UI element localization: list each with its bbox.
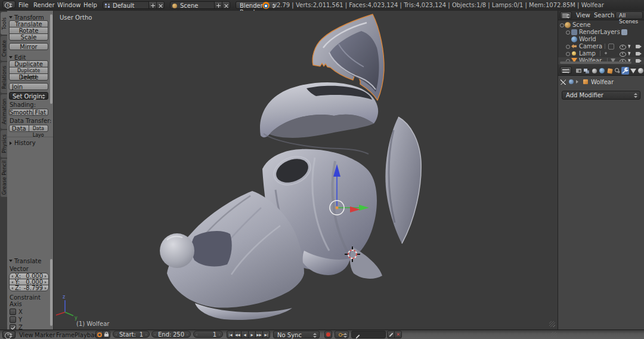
object-context-icon[interactable]: [569, 79, 574, 84]
menu-render[interactable]: Render: [33, 2, 55, 8]
tab-render[interactable]: [575, 67, 583, 75]
operator-scrollbar[interactable]: [50, 259, 52, 326]
menu-help[interactable]: Help: [83, 2, 97, 8]
scale-button[interactable]: Scale: [9, 33, 48, 41]
constraint-y-checkbox[interactable]: Y: [10, 316, 54, 323]
set-origin-dropdown[interactable]: Set Origin: [9, 92, 48, 100]
selectability-toggle[interactable]: [628, 44, 631, 49]
increment-icon[interactable]: [219, 334, 221, 336]
outliner-menu-search[interactable]: Search: [594, 12, 614, 19]
timeline-menu-marker[interactable]: Marker: [35, 332, 55, 338]
sync-mode-dropdown[interactable]: No Sync: [273, 331, 320, 338]
increment-icon[interactable]: [45, 281, 47, 283]
record-button[interactable]: [324, 331, 332, 338]
tab-animation[interactable]: Animation: [1, 94, 7, 129]
tab-tools[interactable]: Tools: [1, 12, 7, 35]
renderability-toggle[interactable]: [636, 59, 640, 63]
outliner-row-lamp[interactable]: Lamp: [558, 50, 644, 57]
auto-keyframe-dropdown[interactable]: [335, 331, 349, 338]
tab-modifiers[interactable]: [621, 67, 629, 75]
tab-scene[interactable]: [590, 67, 598, 75]
shelf-scrollbar[interactable]: [50, 14, 52, 104]
mirror-button[interactable]: Mirror: [9, 43, 48, 50]
edit-panel-header[interactable]: Edit: [7, 53, 53, 60]
resize-grip[interactable]: [551, 332, 557, 338]
increment-icon[interactable]: [45, 275, 47, 278]
editor-type-button[interactable]: [2, 331, 16, 338]
tab-material[interactable]: [637, 67, 644, 75]
shade-flat-button[interactable]: Flat: [33, 109, 48, 116]
selectability-toggle[interactable]: [628, 51, 631, 56]
editor-type-button[interactable]: i: [2, 1, 16, 8]
tab-relations[interactable]: Relations: [1, 62, 7, 93]
outliner-row-scene[interactable]: Scene: [558, 21, 644, 29]
add-modifier-dropdown[interactable]: Add Modifier: [562, 91, 640, 100]
editor-type-button[interactable]: [560, 11, 572, 19]
viewport-3d[interactable]: z y User Ortho (1) Wolfear: [54, 11, 558, 329]
data-layout-button[interactable]: Data Layo: [29, 125, 49, 132]
visibility-toggle[interactable]: [620, 45, 626, 50]
outliner-display-mode-dropdown[interactable]: All Scenes: [615, 11, 643, 19]
tab-physics[interactable]: Physics: [1, 130, 7, 158]
tab-create[interactable]: Create: [1, 36, 7, 61]
delete-button[interactable]: Delete: [9, 73, 48, 81]
increment-icon[interactable]: [187, 334, 188, 336]
expand-icon[interactable]: [560, 23, 564, 27]
translate-z-field[interactable]: Z:-8.799: [9, 285, 49, 291]
decrement-icon[interactable]: [11, 281, 13, 283]
delete-scene-button[interactable]: [222, 1, 230, 9]
render-engine-selector[interactable]: Blender Render: [236, 1, 278, 9]
renderability-toggle[interactable]: [636, 52, 640, 56]
screen-layout-selector[interactable]: Default: [103, 1, 149, 9]
duplicate-button[interactable]: Duplicate: [9, 60, 48, 67]
model-back-shell[interactable]: [385, 117, 421, 244]
history-panel-header[interactable]: History: [7, 137, 53, 146]
increment-icon[interactable]: [45, 287, 47, 289]
tab-grease-pencil[interactable]: Grease Pencil: [1, 159, 7, 197]
keying-set-field[interactable]: [351, 331, 386, 338]
expand-icon[interactable]: [566, 52, 570, 56]
menu-window[interactable]: Window: [57, 2, 80, 8]
outliner-row-renderlayers[interactable]: RenderLayers: [558, 29, 644, 36]
visibility-toggle[interactable]: [620, 52, 626, 57]
frame-end-field[interactable]: End:250: [151, 331, 191, 338]
join-button[interactable]: Join: [9, 83, 48, 90]
add-layout-button[interactable]: [148, 1, 157, 9]
data-button[interactable]: Data: [9, 125, 29, 132]
add-scene-button[interactable]: [214, 1, 222, 9]
decrement-icon[interactable]: [196, 334, 197, 336]
tab-data[interactable]: [629, 67, 637, 75]
tab-render-layers[interactable]: [583, 67, 590, 75]
current-frame-field[interactable]: 1: [193, 331, 223, 338]
model-head-dome[interactable]: [260, 82, 378, 154]
constraint-x-checkbox[interactable]: X: [10, 309, 54, 315]
tab-object[interactable]: [606, 67, 614, 75]
decrement-icon[interactable]: [154, 334, 156, 336]
delete-keyframe-button[interactable]: ✕: [394, 331, 402, 338]
translate-operator-header[interactable]: Translate: [7, 257, 54, 264]
timeline-menu-frame[interactable]: Frame: [56, 332, 75, 338]
timeline-menu-view[interactable]: View: [19, 332, 33, 338]
decrement-icon[interactable]: [11, 275, 13, 278]
outliner-row-world[interactable]: World: [558, 36, 644, 43]
shade-smooth-button[interactable]: Smooth: [9, 109, 33, 116]
resize-grip[interactable]: [549, 321, 555, 327]
expand-icon[interactable]: [566, 45, 570, 49]
renderability-toggle[interactable]: [636, 45, 640, 48]
outliner-menu-view[interactable]: View: [576, 12, 590, 19]
jump-to-end-button[interactable]: ▶|: [262, 331, 270, 338]
expand-icon[interactable]: [566, 30, 570, 35]
increment-icon[interactable]: [145, 334, 147, 336]
lock-time-cursor-toggle[interactable]: [103, 331, 110, 338]
editor-type-button[interactable]: [560, 66, 572, 74]
image-icon[interactable]: [621, 29, 627, 35]
menu-file[interactable]: File: [18, 2, 29, 8]
delete-layout-button[interactable]: [156, 1, 165, 9]
decrement-icon[interactable]: [11, 287, 13, 289]
transform-panel-header[interactable]: Transform: [7, 13, 53, 20]
tab-world[interactable]: [598, 67, 606, 75]
frame-start-field[interactable]: Start:1: [113, 331, 150, 338]
scene-selector[interactable]: Scene: [170, 1, 215, 9]
outliner-row-camera[interactable]: Camera: [558, 43, 644, 50]
outliner-hscrollbar[interactable]: [560, 61, 631, 64]
